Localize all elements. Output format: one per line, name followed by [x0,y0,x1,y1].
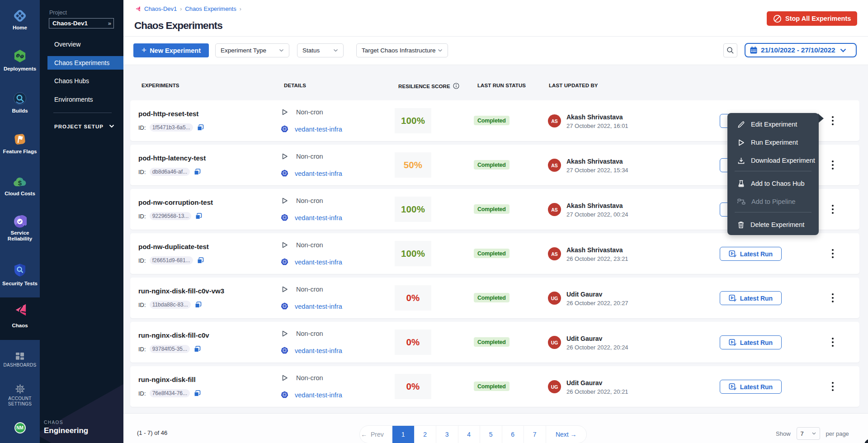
svg-text:$: $ [18,179,22,187]
